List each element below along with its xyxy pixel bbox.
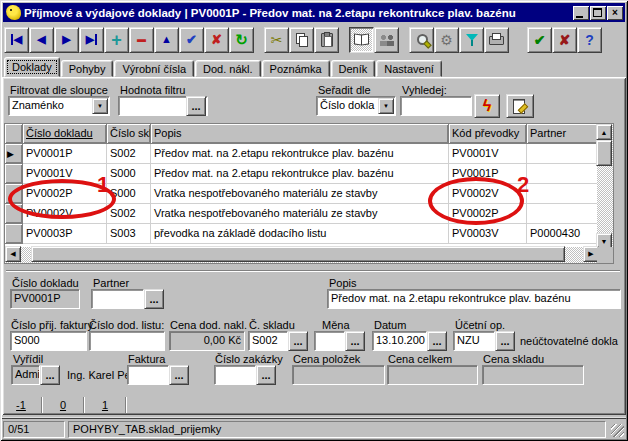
refresh-button[interactable]: ↻ bbox=[229, 27, 254, 53]
copy-button[interactable] bbox=[289, 27, 314, 53]
quick-search-button[interactable]: ϟ bbox=[474, 94, 500, 118]
tab-nastaveni[interactable]: Nastavení bbox=[376, 60, 442, 77]
table-row[interactable]: PV0001V S000 Předov mat. na 2.etapu reko… bbox=[5, 164, 613, 184]
row-selector[interactable]: ▶ bbox=[5, 144, 23, 164]
horizontal-scroll-thumb[interactable] bbox=[31, 246, 565, 262]
cislo-zakazky-lookup-button[interactable]: ... bbox=[256, 365, 276, 385]
settings-button[interactable]: ⚙ bbox=[434, 27, 459, 53]
tab-dod-nakl[interactable]: Dod. nákl. bbox=[195, 60, 261, 77]
delete-record-button[interactable]: ▬ bbox=[129, 27, 154, 53]
first-record-button[interactable]: ◀ bbox=[4, 27, 29, 53]
post-record-button[interactable]: ✔ bbox=[179, 27, 204, 53]
tab-label: Deník bbox=[339, 63, 368, 75]
search-input[interactable] bbox=[400, 96, 472, 116]
mena-field[interactable] bbox=[314, 331, 345, 351]
cell-popis: převodka na základě dodacího listu bbox=[151, 224, 449, 244]
maximize-button[interactable] bbox=[590, 6, 606, 20]
faktura-field[interactable] bbox=[127, 365, 169, 385]
cislo-prij-faktury-field[interactable]: S000 bbox=[10, 331, 87, 351]
vertical-scroll-thumb[interactable] bbox=[596, 140, 612, 166]
column-header-cislo-skladu[interactable]: Číslo skladu bbox=[107, 124, 151, 144]
tab-poznamka[interactable]: Poznámka bbox=[262, 60, 330, 77]
cislo-zakazky-field[interactable] bbox=[214, 365, 256, 385]
column-header-kod-prevodky[interactable]: Kód převodky bbox=[449, 124, 527, 144]
tab-doklady[interactable]: Doklady bbox=[4, 57, 60, 77]
vertical-scrollbar[interactable]: ▲ ▼ bbox=[597, 124, 613, 249]
search-button[interactable] bbox=[409, 27, 434, 53]
ucetni-op-field[interactable]: NZU bbox=[453, 331, 495, 351]
faktura-label: Faktura bbox=[128, 353, 165, 365]
column-header-label: Partner bbox=[530, 127, 566, 139]
cell-kod-prevodky: PV0002P bbox=[449, 204, 527, 224]
datum-field[interactable]: 13.10.200 bbox=[372, 331, 427, 351]
close-form-button[interactable]: ✘ bbox=[552, 27, 577, 53]
cislo-dod-listu-field[interactable] bbox=[89, 331, 165, 351]
window-controls: × bbox=[573, 6, 623, 20]
chevron-down-icon[interactable]: ▼ bbox=[378, 98, 394, 114]
close-button[interactable]: × bbox=[607, 6, 623, 20]
pager: -1 0 1 bbox=[6, 396, 132, 413]
c-skladu-field[interactable]: S002 bbox=[248, 331, 288, 351]
minimize-button[interactable] bbox=[573, 6, 589, 20]
partner-field[interactable] bbox=[91, 289, 144, 309]
filter-value-ellipsis-button[interactable]: ... bbox=[186, 96, 206, 116]
sort-select[interactable]: Číslo dokla ▼ bbox=[316, 96, 396, 116]
pager-minus-one-button[interactable]: -1 bbox=[6, 398, 36, 412]
cena-skladu-label: Cena skladu bbox=[483, 353, 544, 365]
row-selector[interactable] bbox=[5, 164, 23, 184]
filter-button[interactable] bbox=[459, 27, 484, 53]
tab-denik[interactable]: Deník bbox=[331, 60, 376, 77]
row-selector[interactable] bbox=[5, 184, 23, 204]
table-row[interactable]: PV0002P S000 Vratka nespotřebovaného mat… bbox=[5, 184, 613, 204]
scroll-left-button[interactable]: ◀ bbox=[5, 246, 21, 262]
app-icon bbox=[6, 5, 21, 20]
first-record-icon: ◀ bbox=[11, 34, 22, 45]
arrow-left-icon: ◀ bbox=[10, 250, 15, 258]
next-record-button[interactable]: ▶ bbox=[54, 27, 79, 53]
grid-header-row: Číslo dokladu Číslo skladu Popis Kód pře… bbox=[5, 124, 613, 144]
cena-celkem-label: Cena celkem bbox=[388, 353, 452, 365]
last-record-button[interactable]: ▶ bbox=[79, 27, 104, 53]
edit-document-button[interactable] bbox=[506, 94, 534, 118]
mena-lookup-button[interactable]: ... bbox=[345, 331, 365, 351]
pager-one-button[interactable]: 1 bbox=[90, 398, 120, 412]
c-skladu-lookup-button[interactable]: ... bbox=[288, 331, 308, 351]
partners-button[interactable] bbox=[374, 27, 399, 53]
cell-kod-prevodky: PV0003V bbox=[449, 224, 527, 244]
table-row[interactable]: PV0003P S003 převodka na základě dodacíh… bbox=[5, 224, 613, 244]
apply-button[interactable]: ✔ bbox=[527, 27, 552, 53]
previous-record-button[interactable]: ◀ bbox=[29, 27, 54, 53]
print-button[interactable] bbox=[484, 27, 509, 53]
c-skladu-label: Č. skladu bbox=[249, 319, 295, 331]
column-header-cislo-dokladu[interactable]: Číslo dokladu bbox=[23, 124, 107, 144]
paste-button[interactable] bbox=[314, 27, 339, 53]
resize-grip[interactable] bbox=[611, 424, 624, 437]
column-header-partner[interactable]: Partner bbox=[527, 124, 599, 144]
row-selector[interactable] bbox=[5, 224, 23, 244]
horizontal-scrollbar[interactable]: ◀ ▶ bbox=[5, 247, 599, 263]
ucetni-op-lookup-button[interactable]: ... bbox=[495, 331, 515, 351]
table-row[interactable]: ▶ PV0001P S002 Předov mat. na 2.etapu re… bbox=[5, 144, 613, 164]
cancel-record-button[interactable]: ✘ bbox=[204, 27, 229, 53]
popis-field[interactable]: Předov mat. na 2.etapu rekontrukce plav.… bbox=[327, 289, 621, 309]
pager-zero-button[interactable]: 0 bbox=[48, 398, 78, 412]
column-header-popis[interactable]: Popis bbox=[151, 124, 449, 144]
edit-record-button[interactable]: ▲ bbox=[154, 27, 179, 53]
table-row[interactable]: PV0002V S002 Vratka nespotřebovaného mat… bbox=[5, 204, 613, 224]
cut-button[interactable]: ✂ bbox=[264, 27, 289, 53]
window-title: Příjmové a výdajové doklady | PV0001P - … bbox=[24, 7, 569, 19]
cell-popis: Vratka nespotřebovaného materiálu ze sta… bbox=[151, 184, 449, 204]
browse-book-button[interactable] bbox=[349, 27, 374, 53]
add-record-button[interactable]: + bbox=[104, 27, 129, 53]
tab-vyrobni-cisla[interactable]: Výrobní čísla bbox=[114, 60, 194, 77]
faktura-lookup-button[interactable]: ... bbox=[169, 365, 189, 385]
scroll-up-button[interactable]: ▲ bbox=[596, 124, 612, 140]
tab-pohyby[interactable]: Pohyby bbox=[61, 60, 114, 77]
filter-column-select[interactable]: Znaménko ▼ bbox=[8, 96, 110, 116]
vyridil-lookup-button[interactable]: ... bbox=[40, 365, 60, 385]
datum-lookup-button[interactable]: ... bbox=[427, 331, 447, 351]
partner-lookup-button[interactable]: ... bbox=[144, 289, 164, 309]
chevron-down-icon[interactable]: ▼ bbox=[92, 98, 108, 114]
row-selector[interactable] bbox=[5, 204, 23, 224]
help-button[interactable]: ? bbox=[577, 27, 602, 53]
